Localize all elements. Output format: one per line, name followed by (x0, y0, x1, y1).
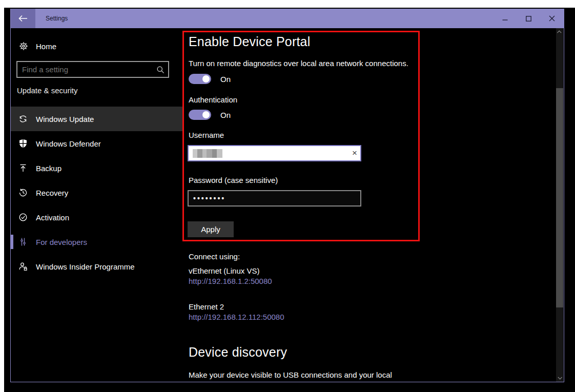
maximize-button[interactable] (517, 9, 540, 28)
vertical-scrollbar[interactable] (556, 28, 563, 382)
titlebar: Settings (11, 9, 564, 28)
apply-button[interactable]: Apply (188, 221, 234, 237)
device-portal-url-link[interactable]: http://192.168.1.2:50080 (189, 277, 272, 285)
scroll-down-button[interactable] (556, 374, 563, 382)
back-arrow-icon (18, 15, 28, 22)
maximize-icon (526, 16, 531, 22)
minimize-icon (502, 16, 508, 22)
close-icon (549, 15, 555, 22)
chevron-up-icon (557, 30, 561, 34)
device-portal-heading: Enable Device Portal (189, 34, 310, 49)
network-adapter-name: Ethernet 2 (189, 302, 224, 311)
minimize-button[interactable] (493, 9, 517, 28)
network-adapter-name: vEthernet (Linux VS) (189, 266, 259, 275)
toggle-knob (202, 111, 210, 118)
device-discovery-description: Make your device visible to USB connecti… (189, 370, 392, 379)
scrollbar-thumb[interactable] (556, 88, 563, 307)
window-controls (493, 9, 564, 28)
device-portal-description: Turn on remote diagnostics over local ar… (189, 59, 408, 68)
screenshot-page: Settings (0, 0, 575, 392)
chevron-down-icon (558, 375, 562, 379)
remote-diagnostics-toggle[interactable]: On (189, 74, 231, 84)
authentication-toggle[interactable]: On (189, 110, 231, 120)
toggle-knob (202, 75, 210, 82)
scroll-up-button[interactable] (556, 28, 563, 36)
settings-window: Settings (10, 9, 564, 382)
connect-using-heading: Connect using: (189, 252, 240, 261)
main-panel: Enable Device Portal Turn on remote diag… (11, 28, 556, 382)
back-button[interactable] (11, 9, 35, 28)
password-masked-value: •••••••• (193, 194, 225, 202)
device-discovery-heading: Device discovery (189, 345, 287, 360)
password-label: Password (case sensitive) (189, 176, 278, 184)
toggle-pill (189, 74, 211, 84)
username-redacted-value (193, 149, 222, 158)
close-button[interactable] (540, 9, 564, 28)
toggle-state-label: On (220, 111, 231, 119)
username-label: Username (189, 131, 224, 139)
window-title: Settings (46, 9, 68, 28)
authentication-label: Authentication (189, 95, 237, 104)
device-portal-url-link[interactable]: http://192.168.12.112:50080 (189, 313, 284, 321)
username-input[interactable]: × (188, 145, 361, 161)
content-area: Home Update & security (11, 28, 564, 382)
clear-text-icon[interactable]: × (352, 146, 357, 160)
toggle-state-label: On (220, 75, 231, 84)
toggle-pill (189, 110, 211, 120)
password-input[interactable]: •••••••• (188, 190, 361, 207)
